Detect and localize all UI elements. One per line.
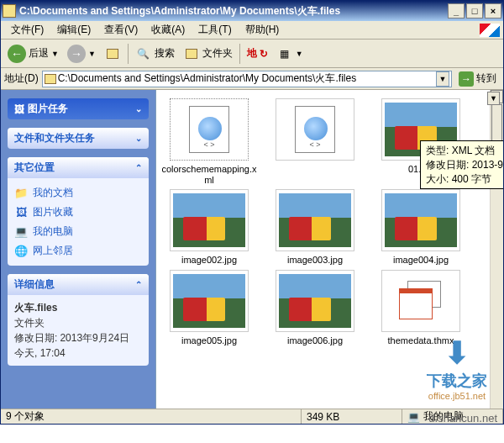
menu-view[interactable]: 查看(V)	[97, 21, 144, 39]
file-name: image006.jpg	[265, 335, 365, 346]
file-item[interactable]: image006.jpg	[265, 270, 365, 346]
tooltip-size: 大小: 400 字节	[426, 172, 503, 187]
menu-favorites[interactable]: 收藏(A)	[144, 21, 192, 39]
tooltip-modified: 修改日期: 2013-9-24 17:04	[426, 158, 503, 172]
up-button[interactable]	[101, 44, 124, 64]
up-icon	[104, 45, 121, 62]
panel-file-tasks: 文件和文件夹任务 ⌄	[8, 128, 149, 149]
address-dropdown[interactable]: ▼	[436, 71, 449, 87]
file-name: image005.jpg	[160, 335, 259, 346]
maximize-button[interactable]: □	[466, 3, 483, 18]
folder-icon	[45, 74, 56, 84]
menu-tools[interactable]: 工具(T)	[192, 21, 238, 39]
go-label: 转到	[476, 71, 496, 86]
file-name: image002.jpg	[160, 255, 259, 266]
views-button[interactable]: ▦ ▼	[273, 44, 307, 64]
file-item[interactable]: image004.jpg	[371, 189, 470, 266]
panel-header[interactable]: 文件和文件夹任务 ⌄	[8, 128, 149, 149]
windows-flag-icon	[480, 24, 500, 37]
panel-header[interactable]: 其它位置 ⌃	[8, 157, 149, 178]
separator	[239, 44, 240, 64]
thumbnail	[381, 270, 460, 332]
content-pane[interactable]: colorschememapping.xml01.jpgimage002.jpg…	[156, 90, 503, 409]
panel-picture-tasks: 🖼图片任务 ⌄	[8, 98, 149, 119]
views-icon: ▦	[276, 45, 293, 62]
menubar: 文件(F) 编辑(E) 查看(V) 收藏(A) 工具(T) 帮助(H)	[1, 21, 503, 40]
computer-icon: 💻	[14, 225, 28, 239]
folders-label: 文件夹	[202, 46, 233, 61]
file-name: image004.jpg	[371, 255, 470, 266]
detail-mod-label: 修改日期:	[14, 332, 57, 344]
place-my-computer[interactable]: 💻我的电脑	[14, 222, 142, 241]
address-bar: 地址(D) ▼ → 转到	[1, 68, 503, 90]
go-button[interactable]: → 转到	[455, 70, 500, 88]
panel-header[interactable]: 🖼图片任务 ⌄	[8, 98, 149, 119]
file-item[interactable]: colorschememapping.xml	[160, 98, 259, 186]
thumbnail	[276, 270, 354, 332]
address-input-wrap[interactable]: ▼	[42, 71, 452, 87]
chevron-up-icon: ⌃	[135, 163, 142, 172]
file-item[interactable]: image005.jpg	[160, 270, 259, 346]
xml-icon	[189, 106, 229, 153]
file-item[interactable]: themedata.thmx	[371, 270, 470, 346]
back-icon: ←	[8, 45, 26, 63]
folder-icon	[3, 4, 16, 18]
file-name: themedata.thmx	[371, 335, 470, 346]
file-name: image003.jpg	[265, 255, 365, 266]
go-icon: →	[459, 71, 474, 87]
forward-button[interactable]: → ▼	[64, 43, 99, 65]
scroll-down-button[interactable]: ▼	[487, 92, 500, 105]
vertical-scrollbar[interactable]: ▲ ▼	[490, 90, 503, 409]
place-network[interactable]: 🌐网上邻居	[14, 241, 142, 261]
panel-title: 详细信息	[14, 277, 55, 292]
thumbnail	[170, 189, 249, 251]
file-tooltip: 类型: XML 文档 修改日期: 2013-9-24 17:04 大小: 400…	[420, 140, 503, 189]
train-icon	[279, 274, 351, 328]
chevron-down-icon: ⌄	[135, 134, 142, 143]
search-button[interactable]: 🔍 搜索	[132, 44, 178, 64]
status-bar: 9 个对象 349 KB 💻 我的电脑	[1, 409, 503, 424]
body: 🖼图片任务 ⌄ 文件和文件夹任务 ⌄ 其它位置 ⌃ 📁我的文档 🖼图片收藏	[1, 90, 503, 409]
picture-icon: 🖼	[14, 103, 24, 115]
panel-title: 文件和文件夹任务	[14, 131, 95, 145]
menu-help[interactable]: 帮助(H)	[239, 21, 286, 39]
thumbnail	[381, 189, 460, 251]
file-item[interactable]	[265, 98, 365, 186]
train-icon	[173, 193, 245, 247]
sidebar: 🖼图片任务 ⌄ 文件和文件夹任务 ⌄ 其它位置 ⌃ 📁我的文档 🖼图片收藏	[1, 90, 156, 409]
watermark-url-2: d.shancun.net	[428, 412, 497, 425]
minimize-button[interactable]: _	[448, 3, 465, 18]
toolbar: ← 后退 ▼ → ▼ 🔍 搜索 文件夹 地↻ ▦ ▼	[1, 40, 503, 68]
status-count: 9 个对象	[1, 409, 302, 424]
tooltip-type: 类型: XML 文档	[426, 144, 503, 158]
back-button[interactable]: ← 后退 ▼	[4, 43, 62, 65]
network-icon: 🌐	[14, 245, 28, 258]
file-item[interactable]: image003.jpg	[265, 189, 365, 266]
train-icon	[279, 193, 351, 247]
status-size: 349 KB	[302, 409, 402, 424]
address-go-button[interactable]: 地↻	[244, 45, 271, 62]
file-item[interactable]: image002.jpg	[160, 189, 259, 266]
detail-type: 文件夹	[14, 317, 45, 329]
separator	[128, 44, 129, 64]
back-label: 后退	[29, 46, 49, 61]
folders-button[interactable]: 文件夹	[180, 44, 236, 64]
thumbnail	[276, 98, 354, 161]
file-name: colorschememapping.xml	[160, 164, 259, 186]
xml-icon	[295, 106, 335, 153]
place-pictures[interactable]: 🖼图片收藏	[14, 203, 142, 222]
menu-edit[interactable]: 编辑(E)	[50, 21, 97, 39]
close-button[interactable]: ×	[485, 3, 501, 18]
place-my-documents[interactable]: 📁我的文档	[14, 183, 142, 203]
thumbnail	[170, 270, 249, 332]
thumbnail	[276, 189, 354, 251]
thumbnail	[170, 98, 249, 161]
titlebar[interactable]: C:\Documents and Settings\Administrator\…	[1, 1, 503, 21]
thmx-icon	[397, 281, 444, 321]
address-label: 地址(D)	[4, 71, 39, 86]
panel-details: 详细信息 ⌃ 火车.files 文件夹 修改日期: 2013年9月24日 今天,…	[8, 274, 149, 366]
menu-file[interactable]: 文件(F)	[4, 21, 50, 39]
panel-header[interactable]: 详细信息 ⌃	[8, 274, 149, 295]
address-input[interactable]	[58, 73, 434, 85]
computer-icon: 💻	[407, 411, 420, 423]
